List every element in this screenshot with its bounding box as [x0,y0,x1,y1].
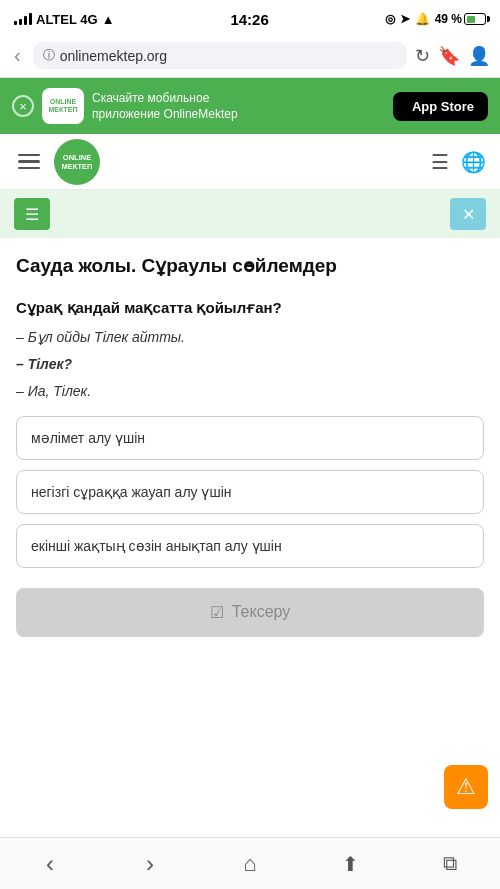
carrier-label: ALTEL 4G [36,12,98,27]
appstore-label: App Store [412,99,474,114]
option-item-2[interactable]: негізгі сұраққа жауап алу үшін [16,470,484,514]
banner-text: Скачайте мобильное приложение OnlineMekt… [92,90,238,122]
bottom-share-icon: ⬆ [342,852,359,876]
profile-button[interactable]: 👤 [468,45,490,67]
status-bar: ALTEL 4G ▲ 14:26 ◎ ➤ 🔔 49 % [0,0,500,34]
bottom-nav-back[interactable]: ‹ [0,850,100,878]
wifi-icon: ▲ [102,12,115,27]
hamburger-button[interactable] [14,150,44,174]
close-btn-icon: ✕ [462,205,475,224]
bottom-nav-forward[interactable]: › [100,850,200,878]
battery-label: 49 % [435,12,462,26]
option-item-1[interactable]: мәлімет алу үшін [16,416,484,460]
bottom-forward-icon: › [146,850,154,878]
check-btn-wrapper: ☑ Тексеру [16,588,484,649]
site-nav-left: ONLINE МЕКТЕП [14,139,100,185]
url-text: onlinemektep.org [60,48,167,64]
check-icon: ☑ [210,603,224,622]
banner-logo: ONLINE МЕКТЕП [42,88,84,124]
battery-fill [467,16,475,23]
bookmark-button[interactable]: 🔖 [438,45,460,67]
options-list: мәлімет алу үшін негізгі сұраққа жауап а… [16,416,484,568]
bottom-nav: ‹ › ⌂ ⬆ ⧉ [0,837,500,889]
app-banner: × ONLINE МЕКТЕП Скачайте мобильное прило… [0,78,500,134]
main-content: Сауда жолы. Сұраулы сөйлемдер Сұрақ қанд… [0,238,500,649]
battery-indicator: 49 % [435,12,486,26]
appstore-button[interactable]: App Store [393,92,488,121]
content-header-bar: ☰ ✕ [0,190,500,238]
bottom-tabs-icon: ⧉ [443,852,457,875]
site-logo-line1: ONLINE [63,153,91,162]
alert-fab-button[interactable]: ⚠ [444,765,488,809]
list-view-icon[interactable]: ☰ [431,150,449,174]
bottom-back-icon: ‹ [46,850,54,878]
check-label: Тексеру [232,603,291,621]
alarm-icon: 🔔 [415,12,430,26]
answer-line-1: – Бұл ойды Тілек айтты. [16,327,484,348]
site-nav-right: ☰ 🌐 [431,150,486,174]
content-menu-button[interactable]: ☰ [14,198,50,230]
banner-logo-line2: МЕКТЕП [49,106,78,114]
bottom-nav-share[interactable]: ⬆ [300,852,400,876]
location-icon: ◎ [385,12,395,26]
browser-back-button[interactable]: ‹ [10,40,25,71]
site-nav: ONLINE МЕКТЕП ☰ 🌐 [0,134,500,190]
secure-icon: ⓘ [43,47,55,64]
answer-line-3: – Иа, Тілек. [16,381,484,402]
site-logo-line2: МЕКТЕП [62,162,93,171]
arrow-icon: ➤ [400,12,410,26]
signal-icon [14,13,32,25]
status-right: ◎ ➤ 🔔 49 % [385,12,486,26]
option-item-3[interactable]: екінші жақтың сөзін анықтап алу үшін [16,524,484,568]
status-time: 14:26 [230,11,268,28]
page-title: Сауда жолы. Сұраулы сөйлемдер [16,254,484,279]
browser-actions: ↻ 🔖 👤 [415,45,490,67]
menu-btn-icon: ☰ [25,205,39,224]
site-logo: ONLINE МЕКТЕП [54,139,100,185]
battery-body [464,13,486,25]
alert-fab-icon: ⚠ [456,774,476,800]
banner-close-button[interactable]: × [12,95,34,117]
browser-bar: ‹ ⓘ onlinemektep.org ↻ 🔖 👤 [0,34,500,78]
banner-left: × ONLINE МЕКТЕП Скачайте мобильное прило… [12,88,238,124]
answer-line-2: – Тілек? [16,354,484,375]
url-bar[interactable]: ⓘ onlinemektep.org [33,42,407,69]
reload-button[interactable]: ↻ [415,45,430,67]
bottom-nav-home[interactable]: ⌂ [200,851,300,877]
status-left: ALTEL 4G ▲ [14,12,115,27]
question-label: Сұрақ қандай мақсатта қойылған? [16,299,484,317]
globe-icon[interactable]: 🌐 [461,150,486,174]
check-button[interactable]: ☑ Тексеру [16,588,484,637]
content-close-button[interactable]: ✕ [450,198,486,230]
bottom-home-icon: ⌂ [243,851,256,877]
bottom-nav-tabs[interactable]: ⧉ [400,852,500,875]
banner-logo-line1: ONLINE [50,98,76,106]
